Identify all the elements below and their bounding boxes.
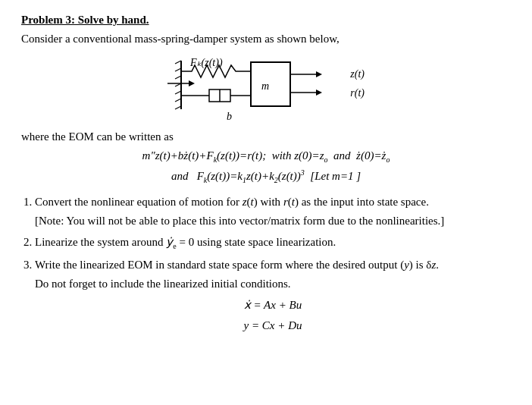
- item1-main: Convert the nonlinear equation of motion…: [35, 196, 429, 208]
- z-label: z(t): [350, 68, 365, 80]
- equation2-block: and Fk(z(t))=k1z(t)+k2(z(t))3 [Let m=1 ]: [21, 168, 511, 184]
- eom-intro-span: where the EOM can be written as: [21, 130, 174, 143]
- title-rest: Solve by hand.: [75, 14, 149, 26]
- list-item-1: Convert the nonlinear equation of motion…: [35, 193, 511, 229]
- force-label: Fₖ(z(t)): [190, 56, 223, 69]
- eq1-text: m"z(t)+bż(t)+Fk(z(t))=r(t); with z(0)=zo…: [142, 149, 390, 162]
- svg-marker-15: [316, 71, 322, 77]
- eq-y: y = Cx + Du: [35, 316, 511, 336]
- svg-line-1: [175, 61, 181, 64]
- svg-rect-12: [251, 62, 290, 106]
- intro-span: Consider a conventional mass-spring-damp…: [21, 33, 340, 45]
- equation1-block: m"z(t)+bż(t)+Fk(z(t))=r(t); with z(0)=zo…: [21, 149, 511, 164]
- numbered-list: Convert the nonlinear equation of motion…: [35, 193, 511, 336]
- list-item-2: Linearize the system around ẏe = 0 using…: [35, 234, 511, 252]
- item3-main: Write the linearized EOM in standard sta…: [35, 259, 439, 271]
- m-label: m: [261, 80, 269, 93]
- svg-marker-17: [316, 89, 322, 96]
- r-label: r(t): [350, 87, 365, 99]
- item2-text: Linearize the system around ẏe = 0 using…: [35, 236, 336, 248]
- diagram-container: Fₖ(z(t)) z(t) r(t) m b: [21, 55, 511, 123]
- svg-line-6: [175, 99, 181, 102]
- item1-note: [Note: You will not be able to place thi…: [35, 212, 511, 230]
- title-text: Problem 3:: [21, 14, 75, 26]
- final-equations: ẋ = Ax + Bu y = Cx + Du: [35, 295, 511, 336]
- svg-marker-19: [189, 80, 195, 86]
- problem-title: Problem 3: Solve by hand.: [21, 14, 511, 27]
- svg-line-3: [175, 76, 181, 79]
- intro-text: Consider a conventional mass-spring-damp…: [21, 33, 511, 46]
- force-label-text: Fₖ(z(t)): [190, 57, 223, 68]
- svg-line-7: [175, 106, 181, 109]
- z-label-text: z(t): [350, 68, 365, 80]
- b-label: b: [227, 111, 232, 123]
- svg-line-5: [175, 91, 181, 94]
- eq2-text: and Fk(z(t))=k1z(t)+k2(z(t))3 [Let m=1 ]: [171, 170, 361, 182]
- svg-line-2: [175, 68, 181, 71]
- b-label-text: b: [227, 111, 232, 122]
- eq-xdot: ẋ = Ax + Bu: [35, 295, 511, 316]
- r-label-text: r(t): [350, 87, 365, 99]
- item3-note: Do not forget to include the linearized …: [35, 275, 511, 293]
- diagram: Fₖ(z(t)) z(t) r(t) m b: [167, 55, 365, 123]
- eom-intro: where the EOM can be written as: [21, 130, 511, 143]
- list-item-3: Write the linearized EOM in standard sta…: [35, 256, 511, 336]
- m-label-text: m: [261, 80, 269, 92]
